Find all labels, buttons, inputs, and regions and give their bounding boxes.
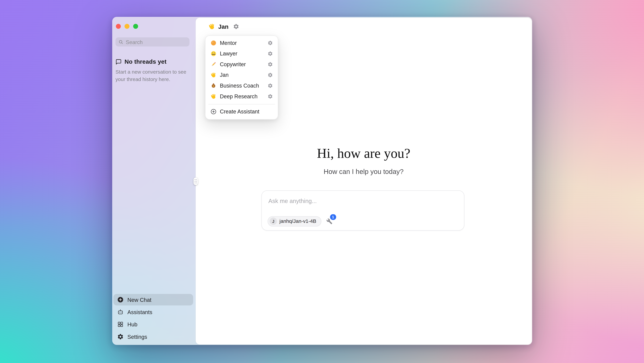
zoom-button[interactable]: [133, 24, 138, 29]
model-selector[interactable]: J janhq/Jan-v1-4B: [268, 216, 321, 226]
greeting-subtitle: How can I help you today?: [196, 167, 532, 176]
assistant-dropdown-menu: Mentor Lawyer Copywriter Jan: [205, 35, 278, 119]
composer-toolbar: J janhq/Jan-v1-4B 1: [268, 216, 332, 226]
assistant-settings-gear-icon[interactable]: [233, 23, 239, 30]
empty-state-description: Start a new conversation to see your thr…: [116, 69, 189, 83]
search-bar[interactable]: [116, 38, 190, 47]
assistant-name: Copywriter: [220, 61, 264, 67]
plus-circle-icon: [117, 296, 124, 303]
chat-bubble-icon: [116, 59, 122, 65]
chat-input[interactable]: [262, 191, 464, 204]
orange-circle-icon: [210, 40, 217, 46]
assistant-menu-item-copywriter[interactable]: Copywriter: [208, 59, 276, 70]
sidebar-resize-handle[interactable]: [194, 178, 198, 185]
grip-dots-icon: [194, 178, 198, 185]
sidebar-nav: New Chat Assistants Hub Settings: [114, 294, 194, 342]
traffic-lights: [116, 24, 138, 29]
gear-icon[interactable]: [268, 51, 273, 56]
nav-label: Assistants: [127, 309, 152, 315]
chat-composer[interactable]: J janhq/Jan-v1-4B 1: [261, 190, 464, 230]
close-button[interactable]: [116, 24, 121, 29]
assistants-icon: [117, 309, 124, 315]
assistant-name: Deep Research: [220, 93, 264, 100]
nav-label: New Chat: [127, 297, 151, 303]
gear-icon[interactable]: [268, 83, 273, 88]
create-assistant-button[interactable]: Create Assistant: [208, 106, 276, 117]
greeting-title: Hi, how are you?: [196, 146, 532, 160]
waving-hand-icon: [208, 23, 215, 30]
assistant-name: Jan: [220, 72, 264, 78]
empty-state-title: No threads yet: [124, 58, 166, 65]
desktop-background: No threads yet Start a new conversation …: [0, 0, 644, 363]
threads-empty-state: No threads yet Start a new conversation …: [116, 58, 189, 83]
sidebar-item-settings[interactable]: Settings: [114, 331, 193, 342]
assistant-menu-item-lawyer[interactable]: Lawyer: [208, 48, 276, 59]
gear-icon[interactable]: [268, 62, 273, 67]
assistant-name: Mentor: [220, 40, 264, 46]
menu-divider: [208, 104, 275, 104]
assistant-menu-item-mentor[interactable]: Mentor: [208, 38, 276, 48]
assistant-menu-item-deep-research[interactable]: Deep Research: [208, 91, 276, 102]
money-bag-icon: [210, 83, 217, 89]
main-panel: Jan Mentor Lawyer Copywrit: [196, 18, 532, 344]
nav-label: Hub: [127, 321, 138, 327]
nav-label: Settings: [127, 333, 147, 340]
create-assistant-label: Create Assistant: [220, 109, 273, 115]
app-window: No threads yet Start a new conversation …: [112, 17, 532, 345]
assistant-menu-item-business-coach[interactable]: Business Coach: [208, 80, 276, 91]
gear-icon[interactable]: [268, 40, 273, 46]
assistant-menu-item-jan[interactable]: Jan: [208, 70, 276, 81]
assistant-name: Business Coach: [220, 83, 264, 89]
search-input[interactable]: [126, 39, 186, 45]
assistant-name: Lawyer: [220, 51, 264, 57]
gear-icon[interactable]: [268, 94, 273, 99]
greeting: Hi, how are you? How can I help you toda…: [196, 146, 532, 176]
waving-hand-icon: [210, 93, 217, 100]
plus-circle-icon: [210, 109, 217, 115]
sidebar-item-new-chat[interactable]: New Chat: [114, 294, 193, 305]
waving-hand-icon: [210, 72, 217, 78]
tools-count-badge: 1: [330, 214, 336, 220]
titlebar: Jan: [196, 18, 532, 36]
model-avatar: J: [270, 217, 277, 225]
hub-grid-icon: [117, 321, 124, 327]
assistant-selector[interactable]: Jan: [218, 23, 228, 30]
pencil-icon: [210, 61, 217, 67]
tools-button[interactable]: 1: [326, 218, 332, 224]
gear-icon[interactable]: [268, 73, 273, 78]
search-icon: [118, 40, 123, 44]
gear-icon: [117, 333, 124, 340]
model-name: janhq/Jan-v1-4B: [280, 218, 316, 224]
sidebar-item-assistants[interactable]: Assistants: [114, 306, 193, 318]
zipper-mouth-face-icon: [210, 51, 217, 57]
minimize-button[interactable]: [124, 24, 130, 29]
sidebar-item-hub[interactable]: Hub: [114, 319, 193, 330]
